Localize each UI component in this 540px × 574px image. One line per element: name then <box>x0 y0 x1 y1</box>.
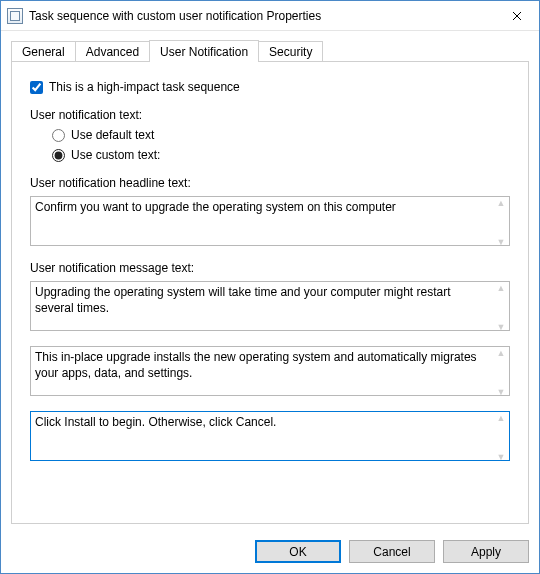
tab-advanced[interactable]: Advanced <box>75 41 150 62</box>
headline-field-wrap: ▲▼ <box>30 196 510 249</box>
high-impact-checkbox[interactable] <box>30 81 43 94</box>
message1-textarea[interactable] <box>30 281 510 331</box>
message3-textarea[interactable] <box>30 411 510 461</box>
close-icon <box>512 11 522 21</box>
tab-general[interactable]: General <box>11 41 76 62</box>
radio-custom-row[interactable]: Use custom text: <box>52 148 510 162</box>
headline-label: User notification headline text: <box>30 176 510 190</box>
radio-default-label: Use default text <box>71 128 154 142</box>
radio-default-row[interactable]: Use default text <box>52 128 510 142</box>
window-sysicon <box>7 8 23 24</box>
tab-panel-user-notification: This is a high-impact task sequence User… <box>11 61 529 524</box>
message2-field-wrap: ▲▼ <box>30 346 510 399</box>
tabstrip: General Advanced User Notification Secur… <box>11 39 529 61</box>
tab-user-notification[interactable]: User Notification <box>149 40 259 62</box>
message-label: User notification message text: <box>30 261 510 275</box>
apply-button[interactable]: Apply <box>443 540 529 563</box>
titlebar: Task sequence with custom user notificat… <box>1 1 539 31</box>
dialog-window: Task sequence with custom user notificat… <box>0 0 540 574</box>
message2-textarea[interactable] <box>30 346 510 396</box>
tab-security[interactable]: Security <box>258 41 323 62</box>
notification-text-radio-group: Use default text Use custom text: <box>52 128 510 162</box>
close-button[interactable] <box>494 1 539 30</box>
ok-button[interactable]: OK <box>255 540 341 563</box>
message1-field-wrap: ▲▼ <box>30 281 510 334</box>
radio-custom-label: Use custom text: <box>71 148 160 162</box>
radio-default[interactable] <box>52 129 65 142</box>
high-impact-row[interactable]: This is a high-impact task sequence <box>30 80 510 94</box>
notification-text-label: User notification text: <box>30 108 510 122</box>
dialog-button-row: OK Cancel Apply <box>1 530 539 573</box>
cancel-button[interactable]: Cancel <box>349 540 435 563</box>
message3-field-wrap: ▲▼ <box>30 411 510 464</box>
client-area: General Advanced User Notification Secur… <box>1 31 539 530</box>
radio-custom[interactable] <box>52 149 65 162</box>
headline-textarea[interactable] <box>30 196 510 246</box>
window-title: Task sequence with custom user notificat… <box>29 9 494 23</box>
high-impact-label: This is a high-impact task sequence <box>49 80 240 94</box>
